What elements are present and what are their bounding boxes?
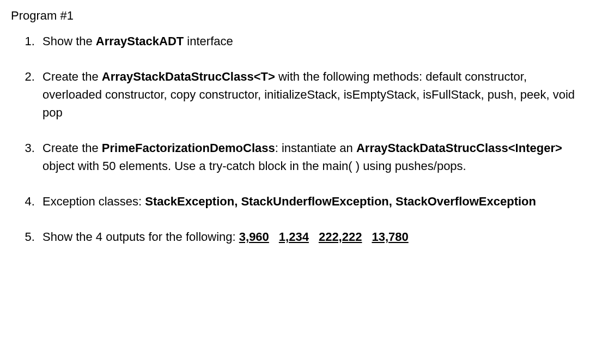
body-text: Show the [42,34,96,48]
body-text: Create the [42,70,102,83]
bold-text: StackException, StackUnderflowException,… [145,195,536,208]
output-number: 13,780 [372,228,408,246]
output-number: 3,960 [239,228,269,246]
output-number: 222,222 [319,228,362,246]
list-item: Create the ArrayStackDataStrucClass<T> w… [38,68,585,122]
bold-text: ArrayStackADT [96,34,184,48]
output-number: 1,234 [279,228,309,246]
body-text: interface [184,34,233,48]
list-item: Create the PrimeFactorizationDemoClass: … [38,139,585,175]
body-text: : instantiate an [275,141,356,155]
list-item: Show the 4 outputs for the following: 3,… [38,228,585,246]
body-text: object with 50 elements. Use a try-catch… [42,159,466,173]
list-item: Exception classes: StackException, Stack… [38,192,585,210]
list-item: Show the ArrayStackADT interface [38,32,585,50]
program-title: Program #1 [11,7,585,25]
body-text: Create the [42,141,102,155]
body-text: Show the 4 outputs for the following: [42,230,239,244]
bold-text: ArrayStackDataStrucClass<Integer> [356,141,562,155]
bold-text: PrimeFactorizationDemoClass [102,141,275,155]
body-text: Exception classes: [42,195,145,208]
instruction-list: Show the ArrayStackADT interface Create … [11,32,585,246]
bold-text: ArrayStackDataStrucClass<T> [102,70,275,83]
